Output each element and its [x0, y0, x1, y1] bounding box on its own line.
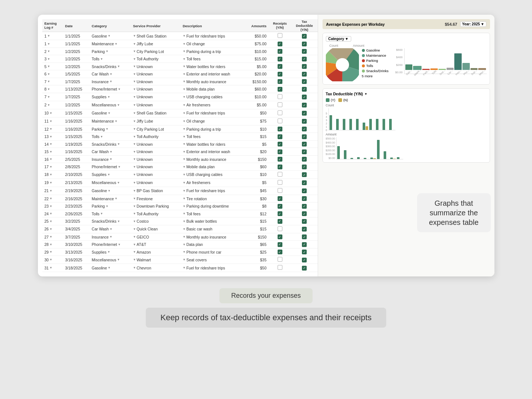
tax-checked[interactable]: ✓: [302, 219, 307, 224]
tax-checked[interactable]: ✓: [302, 204, 307, 209]
tax-checked[interactable]: ✓: [302, 64, 307, 69]
tax-cell[interactable]: ✓: [291, 264, 318, 272]
tax-cell[interactable]: ✓: [291, 233, 318, 241]
receipt-empty[interactable]: [278, 102, 282, 107]
tax-checked[interactable]: ✓: [302, 242, 307, 247]
tax-checked[interactable]: ✓: [302, 250, 307, 254]
receipt-cell[interactable]: ✓: [269, 148, 291, 156]
tax-checked[interactable]: ✓: [302, 87, 307, 92]
receipt-checked[interactable]: ✓: [278, 79, 282, 84]
tax-checked[interactable]: ✓: [302, 127, 307, 131]
tax-cell[interactable]: ✓: [291, 85, 318, 93]
receipt-cell[interactable]: [269, 187, 291, 195]
tax-checked[interactable]: ✓: [302, 72, 307, 77]
receipt-checked[interactable]: ✓: [278, 250, 282, 254]
tax-checked[interactable]: ✓: [302, 172, 307, 177]
tax-checked[interactable]: ✓: [302, 119, 307, 124]
receipt-empty[interactable]: [278, 33, 282, 38]
tax-cell[interactable]: ✓: [291, 256, 318, 264]
tax-cell[interactable]: ✓: [291, 179, 318, 187]
tax-checked[interactable]: ✓: [302, 227, 307, 232]
receipt-checked[interactable]: ✓: [278, 72, 282, 77]
tax-cell[interactable]: ✓: [291, 125, 318, 133]
tax-checked[interactable]: ✓: [302, 95, 307, 99]
receipt-checked[interactable]: ✓: [278, 234, 282, 239]
tax-checked[interactable]: ✓: [302, 157, 307, 162]
receipt-empty[interactable]: [278, 110, 282, 115]
tax-cell[interactable]: ✓: [291, 140, 318, 148]
tax-cell[interactable]: ✓: [291, 133, 318, 141]
receipt-empty[interactable]: [278, 119, 282, 123]
receipt-cell[interactable]: ✓: [269, 140, 291, 148]
tax-checked[interactable]: ✓: [302, 188, 307, 193]
receipt-checked[interactable]: ✓: [278, 165, 282, 169]
tax-checked[interactable]: ✓: [302, 211, 307, 216]
receipt-checked[interactable]: ✓: [278, 149, 282, 154]
receipt-checked[interactable]: ✓: [278, 219, 282, 224]
receipt-cell[interactable]: ✓: [269, 233, 291, 241]
tax-checked[interactable]: ✓: [302, 180, 307, 185]
tax-cell[interactable]: ✓: [291, 32, 318, 40]
receipt-cell[interactable]: ✓: [269, 248, 291, 256]
year-select[interactable]: Year: 2025 ▼: [460, 21, 486, 27]
tax-cell[interactable]: ✓: [291, 63, 318, 70]
tax-cell[interactable]: ✓: [291, 93, 318, 101]
tax-cell[interactable]: ✓: [291, 210, 318, 218]
receipt-checked[interactable]: ✓: [278, 42, 282, 46]
tax-checked[interactable]: ✓: [302, 57, 307, 61]
receipt-empty[interactable]: [278, 265, 282, 270]
tax-cell[interactable]: ✓: [291, 155, 318, 163]
receipt-cell[interactable]: [269, 170, 291, 179]
receipt-cell[interactable]: ✓: [269, 241, 291, 248]
receipt-cell[interactable]: [269, 225, 291, 233]
tax-cell[interactable]: ✓: [291, 55, 318, 63]
receipt-cell[interactable]: ✓: [269, 40, 291, 48]
tax-cell[interactable]: ✓: [291, 101, 318, 109]
tax-cell[interactable]: ✓: [291, 195, 318, 202]
receipt-checked[interactable]: ✓: [278, 127, 282, 131]
tax-cell[interactable]: ✓: [291, 163, 318, 171]
receipt-cell[interactable]: ✓: [269, 70, 291, 78]
tax-checked[interactable]: ✓: [302, 134, 307, 139]
receipt-cell[interactable]: ✓: [269, 202, 291, 210]
tax-checked[interactable]: ✓: [302, 79, 307, 84]
receipt-cell[interactable]: [269, 109, 291, 117]
tax-checked[interactable]: ✓: [302, 258, 307, 262]
receipt-cell[interactable]: ✓: [269, 155, 291, 163]
tax-cell[interactable]: ✓: [291, 70, 318, 78]
receipt-checked[interactable]: ✓: [278, 134, 282, 139]
receipt-cell[interactable]: [269, 32, 291, 40]
receipt-cell[interactable]: ✓: [269, 78, 291, 85]
receipt-cell[interactable]: [269, 256, 291, 264]
receipt-empty[interactable]: [278, 226, 282, 231]
receipt-checked[interactable]: ✓: [278, 211, 282, 216]
tax-cell[interactable]: ✓: [291, 225, 318, 233]
receipt-checked[interactable]: ✓: [278, 57, 282, 61]
receipt-cell[interactable]: ✓: [269, 133, 291, 141]
tax-cell[interactable]: ✓: [291, 241, 318, 248]
receipt-cell[interactable]: ✓: [269, 47, 291, 55]
tax-cell[interactable]: ✓: [291, 248, 318, 256]
tax-cell[interactable]: ✓: [291, 78, 318, 85]
receipt-cell[interactable]: [269, 179, 291, 187]
receipt-checked[interactable]: ✓: [278, 196, 282, 201]
tax-checked[interactable]: ✓: [302, 103, 307, 107]
receipt-checked[interactable]: ✓: [278, 64, 282, 69]
tax-cell[interactable]: ✓: [291, 117, 318, 125]
receipt-cell[interactable]: ✓: [269, 195, 291, 202]
tax-checked[interactable]: ✓: [302, 165, 307, 169]
receipt-empty[interactable]: [278, 172, 282, 177]
tax-cell[interactable]: ✓: [291, 202, 318, 210]
tax-checked[interactable]: ✓: [302, 266, 307, 271]
category-filter-btn[interactable]: Category ▼: [326, 36, 351, 42]
receipt-cell[interactable]: ✓: [269, 125, 291, 133]
tax-checked[interactable]: ✓: [302, 42, 307, 46]
receipt-cell[interactable]: ✓: [269, 210, 291, 218]
tax-checked[interactable]: ✓: [302, 34, 307, 39]
tax-checked[interactable]: ✓: [302, 49, 307, 54]
receipt-cell[interactable]: [269, 101, 291, 109]
receipt-cell[interactable]: ✓: [269, 85, 291, 93]
receipt-empty[interactable]: [278, 180, 282, 185]
tax-checked[interactable]: ✓: [302, 142, 307, 146]
tax-cell[interactable]: ✓: [291, 40, 318, 48]
